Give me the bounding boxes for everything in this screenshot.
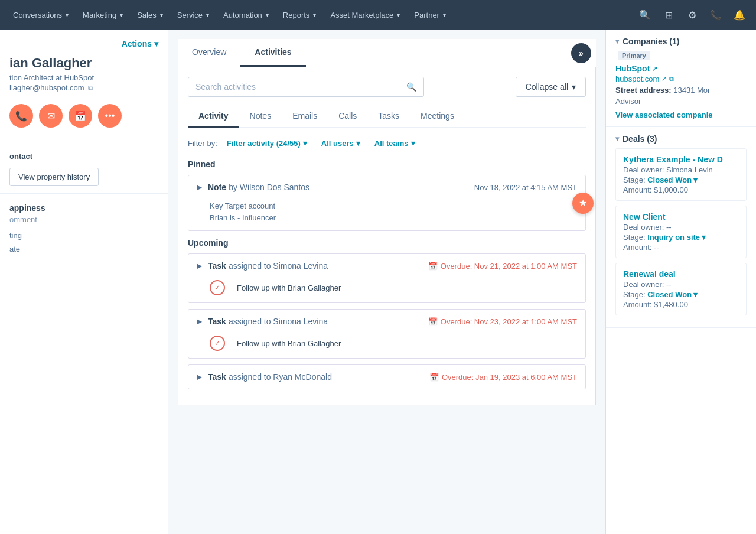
chevron-down-icon: ▾: [411, 139, 415, 148]
main-layout: Actions ▾ ian Gallagher tion Architect a…: [0, 30, 756, 534]
filter-activity-chip[interactable]: Filter activity (24/55) ▾: [222, 136, 312, 150]
left-panel: Actions ▾ ian Gallagher tion Architect a…: [0, 30, 168, 534]
filter-all-teams-chip[interactable]: All teams ▾: [370, 136, 420, 150]
call-button[interactable]: 📞: [9, 104, 33, 128]
pinned-section-header: Pinned: [188, 159, 586, 169]
deal-stage-value-3[interactable]: Closed Won ▾: [647, 290, 698, 299]
search-row: 🔍 Collapse all ▾: [188, 77, 586, 97]
chevron-down-icon: ▾: [443, 12, 446, 18]
filter-row: Filter by: Filter activity (24/55) ▾ All…: [188, 136, 586, 150]
search-icon[interactable]: 🔍: [636, 5, 654, 24]
contact-title: tion Architect at HubSpot: [0, 73, 168, 83]
chevron-right-icon: ▶: [197, 373, 202, 381]
deal-stage-3: Stage: Closed Won ▾: [623, 290, 739, 299]
nav-item-partner[interactable]: Partner ▾: [408, 7, 452, 23]
contact-section-label: ontact: [0, 147, 168, 165]
activity-sub-tabs: Activity Notes Emails Calls Tasks Meetin…: [188, 105, 586, 128]
companies-section-header[interactable]: ▾ Companies (1): [615, 37, 747, 46]
sub-tab-meetings[interactable]: Meetings: [410, 105, 465, 128]
more-actions-button[interactable]: •••: [98, 104, 122, 128]
task-card-3: ▶ Task assigned to Ryan McDonald 📅 Overd…: [188, 364, 586, 389]
chevron-down-icon: ▾: [313, 12, 316, 18]
nav-item-conversations[interactable]: Conversations ▾: [7, 7, 74, 23]
deal-stage-value-2[interactable]: Inquiry on site ▾: [647, 233, 706, 242]
deal-owner-3: Deal owner: --: [623, 280, 739, 289]
email-button[interactable]: ✉: [39, 104, 63, 128]
search-activities-input[interactable]: [195, 82, 406, 92]
task-body-2: ✓ Follow up with Brian Gallagher: [188, 333, 585, 358]
activities-content: 🔍 Collapse all ▾ Activity Notes Emails: [178, 67, 596, 405]
chevron-down-icon: ▾: [154, 39, 158, 48]
deal-stage-value-1[interactable]: Closed Won ▾: [647, 175, 698, 184]
task-overdue-label-1: 📅 Overdue: Nov 21, 2022 at 1:00 AM MST: [428, 262, 577, 271]
deal-name-3[interactable]: Renewal deal: [623, 269, 739, 279]
tab-activities[interactable]: Activities: [240, 39, 305, 67]
sub-tab-calls[interactable]: Calls: [328, 105, 367, 128]
pin-button[interactable]: ★: [572, 193, 594, 214]
task-assigned-label-1: assigned to Simona Levina: [229, 261, 328, 271]
company-name[interactable]: HubSpot ↗: [615, 64, 747, 73]
upcoming-section-header: Upcoming: [188, 238, 586, 248]
left-prop-1: ting: [0, 229, 168, 242]
collapse-all-button[interactable]: Collapse all ▾: [516, 77, 586, 97]
nav-item-automation[interactable]: Automation ▾: [217, 7, 275, 23]
sub-tab-emails[interactable]: Emails: [282, 105, 328, 128]
task-complete-icon-2[interactable]: ✓: [210, 336, 225, 351]
deals-section-header[interactable]: ▾ Deals (3): [615, 134, 747, 144]
task-complete-icon-1[interactable]: ✓: [210, 280, 225, 295]
task-card-header-3[interactable]: ▶ Task assigned to Ryan McDonald 📅 Overd…: [188, 365, 585, 389]
deal-amount-1: Amount: $1,000.00: [623, 185, 739, 194]
companies-section: ▾ Companies (1) Primary HubSpot ↗ hubspo…: [606, 30, 756, 127]
task-assigned-label-3: assigned to Ryan McDonald: [229, 372, 332, 382]
settings-icon[interactable]: ⚙: [683, 5, 702, 24]
marketplace-icon[interactable]: ⊞: [659, 5, 678, 24]
note-type-label: Note: [208, 183, 226, 192]
task-card-header-2[interactable]: ▶ Task assigned to Simona Levina 📅 Overd…: [188, 310, 585, 333]
sub-tab-notes[interactable]: Notes: [239, 105, 282, 128]
deal-name-2[interactable]: New Client: [623, 212, 739, 222]
chevron-right-icon: ▶: [197, 183, 202, 191]
calendar-icon: 📅: [429, 373, 439, 382]
chevron-right-icon: ▶: [197, 262, 202, 270]
nav-item-sales[interactable]: Sales ▾: [131, 7, 169, 23]
deal-name-1[interactable]: Kythera Example - New D: [623, 155, 739, 164]
deal-card-3: Renewal deal Deal owner: -- Stage: Close…: [615, 263, 747, 315]
expand-button[interactable]: »: [571, 43, 591, 63]
nav-item-asset-marketplace[interactable]: Asset Marketplace ▾: [324, 7, 406, 23]
street-address-prop: Street address: 13431 Mor: [615, 86, 747, 95]
schedule-button[interactable]: 📅: [69, 104, 92, 128]
task-card-header-1[interactable]: ▶ Task assigned to Simona Levina 📅 Overd…: [188, 254, 585, 278]
view-property-history-button[interactable]: View property history: [9, 168, 99, 186]
notifications-icon[interactable]: 🔔: [730, 5, 749, 24]
note-time-label: Nov 18, 2022 at 4:15 AM MST: [474, 183, 577, 192]
filter-all-users-chip[interactable]: All users ▾: [317, 136, 365, 150]
nav-item-marketing[interactable]: Marketing ▾: [77, 7, 129, 23]
task-type-label-1: Task: [208, 261, 226, 271]
nav-item-reports[interactable]: Reports ▾: [277, 7, 322, 23]
chevron-down-icon: ▾: [66, 12, 69, 18]
copy-url-icon[interactable]: ⧉: [669, 75, 674, 83]
nav-item-service[interactable]: Service ▾: [171, 7, 215, 23]
view-associated-companies[interactable]: View associated companie: [615, 110, 747, 119]
sub-tab-activity[interactable]: Activity: [188, 105, 239, 128]
task-assigned-label-2: assigned to Simona Levina: [229, 317, 328, 326]
chevron-down-icon: ▾: [303, 139, 307, 148]
nav-icons: 🔍 ⊞ ⚙ 📞 🔔: [636, 5, 749, 24]
chevron-right-icon: ▶: [197, 317, 202, 325]
copy-email-icon[interactable]: ⧉: [88, 84, 93, 92]
task-card-2: ▶ Task assigned to Simona Levina 📅 Overd…: [188, 309, 586, 359]
pinned-note-card: ▶ Note by Wilson Dos Santos Nov 18, 2022…: [188, 175, 586, 231]
chevron-down-icon: ▾: [120, 12, 123, 18]
sub-tab-tasks[interactable]: Tasks: [367, 105, 410, 128]
note-by-label: by Wilson Dos Santos: [229, 183, 309, 192]
chevron-down-icon: ▾: [702, 233, 706, 242]
actions-button[interactable]: Actions ▾: [122, 39, 158, 48]
pinned-note-header[interactable]: ▶ Note by Wilson Dos Santos Nov 18, 2022…: [188, 175, 585, 199]
company-url[interactable]: hubspot.com ↗ ⧉: [615, 74, 747, 83]
tab-overview[interactable]: Overview: [178, 39, 240, 67]
primary-badge-row: Primary: [615, 51, 747, 60]
chevron-down-icon: ▾: [266, 12, 269, 18]
calendar-icon: 📅: [428, 262, 438, 271]
phone-icon[interactable]: 📞: [706, 5, 725, 24]
deal-card-1: Kythera Example - New D Deal owner: Simo…: [615, 148, 747, 201]
